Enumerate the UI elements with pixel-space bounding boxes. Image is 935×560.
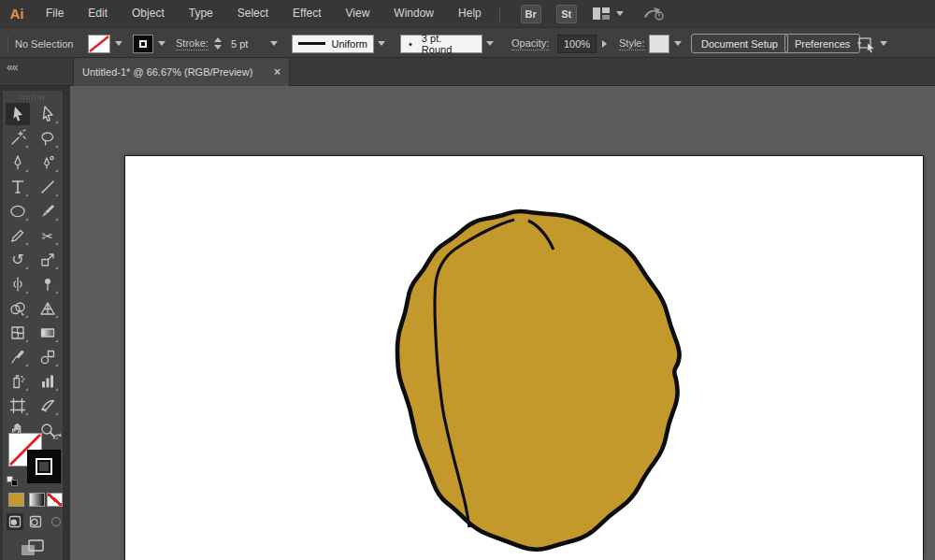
drawing-modes xyxy=(7,513,65,530)
opacity-label[interactable]: Opacity: xyxy=(511,37,549,50)
tool-rotate[interactable]: ↺ xyxy=(6,249,30,271)
artboard-icon xyxy=(8,396,27,415)
stroke-weight-label[interactable]: Stroke: xyxy=(176,37,209,50)
brush-value: 3 pt. Round xyxy=(422,33,474,55)
default-fill-stroke-icon[interactable] xyxy=(7,476,19,487)
tool-slice[interactable] xyxy=(36,395,60,417)
canvas-area[interactable] xyxy=(70,86,935,560)
tool-pencil[interactable] xyxy=(6,224,30,247)
opacity-submenu-arrow[interactable] xyxy=(602,28,607,59)
draw-inside-mode[interactable] xyxy=(48,513,65,530)
sync-settings[interactable] xyxy=(642,6,665,22)
tool-curvature[interactable] xyxy=(36,151,60,174)
selection-arrow-icon xyxy=(8,105,27,123)
artboard[interactable] xyxy=(125,156,923,560)
menu-help[interactable]: Help xyxy=(446,0,494,27)
profile-value: Uniform xyxy=(331,38,367,50)
fill-stroke-indicator[interactable] xyxy=(8,433,65,489)
symbol-sprayer-icon xyxy=(8,372,27,391)
close-tab-icon[interactable]: × xyxy=(274,65,280,79)
profile-chevron[interactable] xyxy=(378,28,385,59)
tool-lasso[interactable] xyxy=(36,127,60,150)
style-chevron[interactable] xyxy=(674,28,682,59)
tool-paintbrush[interactable] xyxy=(36,200,60,223)
brush-dot-icon: • xyxy=(409,38,412,50)
gradient-swatch[interactable] xyxy=(29,493,45,507)
tool-magic-wand[interactable] xyxy=(6,127,30,150)
tool-scale[interactable] xyxy=(36,249,60,271)
draw-inside-icon xyxy=(49,514,64,529)
app-logo[interactable]: Ai xyxy=(0,6,34,22)
style-label[interactable]: Style: xyxy=(619,37,645,50)
tool-ellipse[interactable] xyxy=(6,200,30,223)
bridge-button[interactable]: Br xyxy=(521,5,541,23)
stock-button[interactable]: St xyxy=(556,5,577,23)
width-profile-dropdown[interactable]: Uniform xyxy=(292,28,374,59)
menu-type[interactable]: Type xyxy=(177,0,225,27)
stroke-dropdown-chevron[interactable] xyxy=(158,28,165,59)
pencil-icon xyxy=(8,226,27,245)
pen-icon xyxy=(8,153,27,172)
paintbrush-icon xyxy=(38,202,57,221)
select-similar-chevron[interactable] xyxy=(880,28,887,59)
menubar-separator xyxy=(499,7,500,22)
menu-effect[interactable]: Effect xyxy=(280,0,333,27)
workspace-switcher[interactable] xyxy=(592,7,624,21)
tool-line-segment[interactable] xyxy=(36,176,60,198)
brush-chevron[interactable] xyxy=(486,28,494,59)
artwork-svg xyxy=(125,156,923,560)
document-tab[interactable]: Untitled-1* @ 66.67% (RGB/Preview) × xyxy=(73,58,290,86)
tool-mesh[interactable] xyxy=(6,322,30,344)
menu-select[interactable]: Select xyxy=(225,0,280,27)
tool-type[interactable] xyxy=(6,176,30,198)
menu-window[interactable]: Window xyxy=(381,0,446,27)
select-similar-button[interactable] xyxy=(856,28,877,59)
tool-gradient[interactable] xyxy=(36,322,60,344)
menu-object[interactable]: Object xyxy=(120,0,177,27)
uniform-profile-icon xyxy=(298,42,325,45)
change-screen-mode[interactable] xyxy=(19,538,47,560)
tool-artboard[interactable] xyxy=(6,395,30,417)
tool-puppet-warp[interactable] xyxy=(36,273,60,295)
mesh-icon xyxy=(8,323,27,342)
tool-blend[interactable] xyxy=(36,346,60,368)
tool-width[interactable] xyxy=(6,273,30,295)
menu-file[interactable]: File xyxy=(34,0,76,27)
color-swatch-gold[interactable] xyxy=(8,493,24,507)
menu-view[interactable]: View xyxy=(334,0,382,27)
none-swatch[interactable] xyxy=(47,493,63,507)
stroke-proxy-black[interactable] xyxy=(27,450,61,483)
tool-direct-selection[interactable] xyxy=(36,103,60,125)
document-tab-title: Untitled-1* @ 66.67% (RGB/Preview) xyxy=(74,66,252,78)
opacity-field[interactable]: 100% xyxy=(557,28,597,59)
style-swatch[interactable] xyxy=(649,28,669,59)
stroke-hole xyxy=(39,462,49,471)
swap-fill-stroke-icon[interactable] xyxy=(51,431,64,443)
collapse-panels-icon[interactable]: «« xyxy=(7,61,17,74)
tool-perspective-grid[interactable] xyxy=(36,297,60,320)
menu-edit[interactable]: Edit xyxy=(76,0,120,27)
draw-behind-mode[interactable] xyxy=(27,513,44,530)
tool-symbol-sprayer[interactable] xyxy=(6,370,30,393)
fill-color-well[interactable] xyxy=(88,28,110,59)
tool-eyedropper[interactable] xyxy=(6,346,30,368)
tool-column-graph[interactable] xyxy=(36,370,60,393)
fill-dropdown-chevron[interactable] xyxy=(115,28,122,59)
chevron-down-icon xyxy=(616,11,624,16)
stroke-weight-chevron[interactable] xyxy=(270,28,278,59)
eyedropper-icon xyxy=(8,348,27,366)
stroke-weight-value[interactable]: 5 pt xyxy=(231,28,248,59)
tool-selection[interactable] xyxy=(6,103,30,125)
document-setup-button[interactable]: Document Setup xyxy=(691,34,788,53)
draw-normal-mode[interactable] xyxy=(7,513,23,530)
panel-grip[interactable] xyxy=(21,95,45,100)
stroke-weight-stepper[interactable] xyxy=(214,28,222,59)
tool-shape-builder[interactable] xyxy=(6,297,30,320)
preferences-button[interactable]: Preferences xyxy=(784,34,860,53)
brush-dropdown[interactable]: • 3 pt. Round xyxy=(400,28,482,59)
stroke-color-well[interactable] xyxy=(133,28,153,59)
tool-scissors[interactable]: ✂ xyxy=(36,224,60,247)
tools-panel: ✂ ↺ xyxy=(3,91,63,560)
lasso-icon xyxy=(38,129,57,148)
tool-pen[interactable] xyxy=(6,151,30,174)
